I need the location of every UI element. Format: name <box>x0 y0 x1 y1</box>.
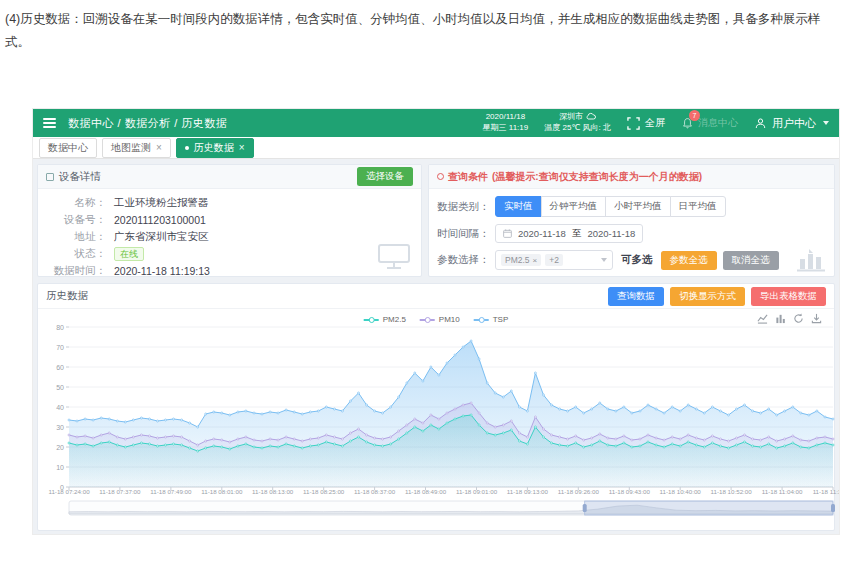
chart-area: PM2.5 PM10 TSP 0102030405060708011-18 07… <box>38 309 834 525</box>
query-conditions-panel: 查询条件 (温馨提示:查询仅支持查询长度为一个月的数据) 数据类别： 实时值 分… <box>428 164 835 277</box>
device-details-panel: 设备详情 选择设备 名称： 工业环境粉尘报警器 设备号： 20201112031… <box>37 164 422 277</box>
user-caret-icon <box>823 121 829 125</box>
fullscreen-icon <box>627 117 640 130</box>
end-date[interactable]: 2020-11-18 <box>587 228 635 239</box>
message-center-label: 消息中心 <box>698 116 738 130</box>
tab-map-monitor[interactable]: 地图监测 × <box>102 138 171 158</box>
query-panel-title: 查询条件 (温馨提示:查询仅支持查询长度为一个月的数据) <box>437 170 702 184</box>
line-chart-icon[interactable] <box>757 313 768 324</box>
page: (4)历史数据：回溯设备在某一时间段内的数据详情，包含实时值、分钟均值、小时均值… <box>0 0 844 563</box>
svg-text:20: 20 <box>56 444 64 451</box>
svg-text:70: 70 <box>56 344 64 351</box>
history-data-panel: 历史数据 查询数据 切换显示方式 导出表格数据 PM2.5 PM10 TSP <box>37 283 835 531</box>
tab-history-data[interactable]: 历史数据 × <box>176 138 254 158</box>
legend-marker-icon <box>364 316 379 323</box>
legend-item-pm25[interactable]: PM2.5 <box>364 315 406 324</box>
cancel-all-params-button[interactable]: 取消全选 <box>723 251 779 270</box>
svg-text:11-18 09:43:00: 11-18 09:43:00 <box>609 488 651 495</box>
datetime-display: 2020/11/18 星期三 11:19 <box>483 112 529 134</box>
svg-text:30: 30 <box>56 424 64 431</box>
description-text: (4)历史数据：回溯设备在某一时间段内的数据详情，包含实时值、分钟均值、小时均值… <box>5 8 839 53</box>
weekday-time-text: 星期三 11:19 <box>483 123 529 134</box>
restore-icon[interactable] <box>793 313 804 324</box>
svg-text:11-18 07:37:00: 11-18 07:37:00 <box>99 488 141 495</box>
chip-close-icon[interactable]: × <box>533 256 538 265</box>
data-category-row: 数据类别： 实时值 分钟平均值 小时平均值 日平均值 <box>437 196 826 217</box>
svg-text:11-18 07:49:00: 11-18 07:49:00 <box>150 488 192 495</box>
select-device-button[interactable]: 选择设备 <box>357 167 413 186</box>
history-chart[interactable]: 0102030405060708011-18 07:24:0011-18 07:… <box>43 315 839 521</box>
param-chip-pm25[interactable]: PM2.5× <box>501 254 541 266</box>
app-screenshot: 数据中心 / 数据分析 / 历史数据 2020/11/18 星期三 11:19 … <box>32 108 840 535</box>
field-status: 状态： 在线 <box>38 245 421 262</box>
svg-text:10: 10 <box>56 464 64 471</box>
cloud-icon <box>585 112 596 120</box>
user-center-label: 用户中心 <box>772 116 816 131</box>
fullscreen-label: 全屏 <box>645 116 665 130</box>
svg-text:11-18 10:52:00: 11-18 10:52:00 <box>711 488 753 495</box>
tab-close-icon[interactable]: × <box>239 143 245 153</box>
svg-text:11-18 10:40:00: 11-18 10:40:00 <box>660 488 702 495</box>
user-menu[interactable]: 用户中心 <box>754 116 829 131</box>
field-address: 地址： 广东省深圳市宝安区 <box>38 228 421 245</box>
notification-badge: 7 <box>689 110 700 121</box>
field-data-time: 数据时间： 2020-11-18 11:19:13 <box>38 262 421 277</box>
param-select-row: 参数选择： PM2.5× +2 可多选 参数全选 取消全选 <box>437 250 826 270</box>
field-name: 名称： 工业环境粉尘报警器 <box>38 194 421 211</box>
switch-display-button[interactable]: 切换显示方式 <box>670 287 745 306</box>
tab-bar: 数据中心 地图监测 × 历史数据 × <box>33 137 839 159</box>
topbar: 数据中心 / 数据分析 / 历史数据 2020/11/18 星期三 11:19 … <box>33 109 839 137</box>
multi-select-hint: 可多选 <box>621 253 653 267</box>
param-chip-more: +2 <box>545 254 563 266</box>
history-panel-title: 历史数据 <box>46 289 88 303</box>
temperature-wind-text: 温度 25℃ 风向: 北 <box>544 123 611 134</box>
topbar-right: 2020/11/18 星期三 11:19 深圳市 温度 25℃ 风向: 北 全屏 <box>483 112 829 134</box>
date-separator: 至 <box>572 227 582 240</box>
svg-text:11-18 08:37:00: 11-18 08:37:00 <box>354 488 396 495</box>
category-hour-avg-button[interactable]: 小时平均值 <box>605 196 671 217</box>
fullscreen-button[interactable]: 全屏 <box>627 116 665 130</box>
svg-text:11-18 09:13:00: 11-18 09:13:00 <box>507 488 549 495</box>
parameter-select[interactable]: PM2.5× +2 <box>495 250 613 270</box>
field-device-no: 设备号： 2020111203100001 <box>38 211 421 228</box>
weather-display: 深圳市 温度 25℃ 风向: 北 <box>544 112 611 134</box>
user-icon <box>754 117 767 130</box>
city-text: 深圳市 <box>559 112 583 121</box>
query-hint: (温馨提示:查询仅支持查询长度为一个月的数据) <box>492 170 702 184</box>
category-day-avg-button[interactable]: 日平均值 <box>670 196 726 217</box>
notifications-button[interactable]: 7 消息中心 <box>681 116 738 130</box>
device-panel-title: 设备详情 <box>46 170 101 184</box>
export-table-button[interactable]: 导出表格数据 <box>751 287 826 306</box>
date-text: 2020/11/18 <box>483 112 529 123</box>
bar-chart-toggle-icon[interactable] <box>775 313 786 324</box>
category-realtime-button[interactable]: 实时值 <box>495 196 542 217</box>
query-circle-icon <box>437 173 444 180</box>
device-panel-icon <box>46 173 54 181</box>
monitor-icon <box>377 243 411 270</box>
calendar-icon <box>503 229 512 238</box>
time-range-row: 时间间隔： 2020-11-18 至 2020-11- <box>437 224 826 243</box>
legend-item-pm10[interactable]: PM10 <box>420 315 460 324</box>
bar-chart-icon <box>796 247 826 273</box>
category-segment: 实时值 分钟平均值 小时平均值 日平均值 <box>495 196 726 217</box>
svg-text:40: 40 <box>56 404 64 411</box>
start-date[interactable]: 2020-11-18 <box>518 228 566 239</box>
legend-item-tsp[interactable]: TSP <box>474 315 509 324</box>
date-range-input[interactable]: 2020-11-18 至 2020-11-18 <box>495 224 643 243</box>
tab-close-icon[interactable]: × <box>156 143 162 153</box>
svg-text:11-18 08:13:00: 11-18 08:13:00 <box>252 488 294 495</box>
tab-data-center[interactable]: 数据中心 <box>39 138 97 158</box>
category-minute-avg-button[interactable]: 分钟平均值 <box>541 196 607 217</box>
download-icon[interactable] <box>811 313 822 324</box>
chart-legend: PM2.5 PM10 TSP <box>364 315 509 324</box>
select-all-params-button[interactable]: 参数全选 <box>661 251 717 270</box>
query-data-button[interactable]: 查询数据 <box>608 287 664 306</box>
legend-marker-icon <box>420 316 435 323</box>
svg-text:11-18 08:25:00: 11-18 08:25:00 <box>303 488 345 495</box>
svg-text:11-18 07:24:00: 11-18 07:24:00 <box>48 488 90 495</box>
svg-text:11-18 08:01:00: 11-18 08:01:00 <box>201 488 243 495</box>
breadcrumb: 数据中心 / 数据分析 / 历史数据 <box>68 116 227 131</box>
content-area: 设备详情 选择设备 名称： 工业环境粉尘报警器 设备号： 20201112031… <box>33 159 839 536</box>
status-badge: 在线 <box>114 247 144 261</box>
menu-icon[interactable] <box>43 118 56 128</box>
